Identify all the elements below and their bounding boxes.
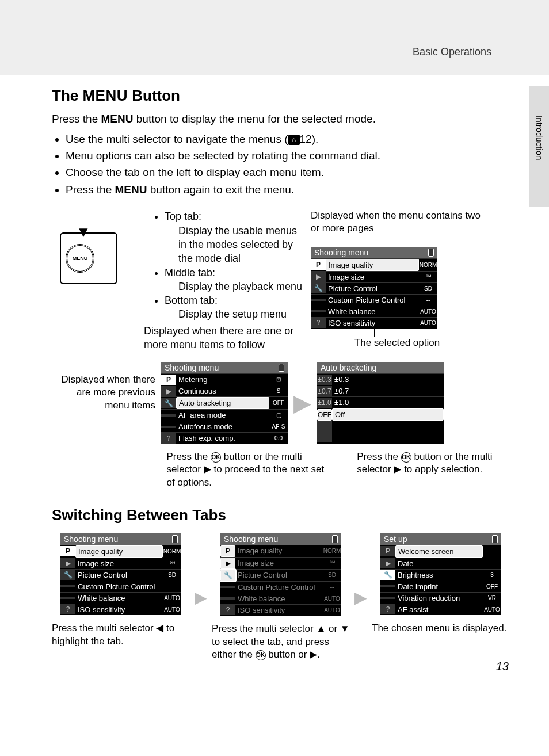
top-tab-label: Top tab: — [165, 211, 201, 222]
b4-menu-word: MENU — [115, 184, 147, 196]
sw2-r1: Image quality — [235, 545, 323, 556]
lcd1-r5: White balance — [326, 306, 419, 317]
down-arrow-icon: ▼ — [76, 223, 91, 241]
callout-prev: Displayed when there are more previous m… — [52, 373, 155, 411]
lcd2-v5: AF-S — [269, 422, 288, 431]
lcd-switch-3: Set up PWelcome screen-- ▶Date-- 🔧Bright… — [380, 533, 501, 615]
lcd3-r2: ±0.7 — [332, 385, 444, 396]
ok-icon-3: OK — [256, 650, 266, 660]
camera-menu-illustration: ▼ MENU — [60, 232, 117, 284]
scroll-icon-sw3 — [492, 535, 498, 543]
sw2-r3: Picture Control — [235, 570, 323, 581]
title-text-a: The — [52, 87, 82, 104]
sw2-v1: NORM — [323, 547, 341, 555]
lcd3-blankm1 — [332, 425, 444, 427]
sw2-v2: ⁹ᴹ — [323, 559, 341, 567]
mid-tab-desc: Display the playback menu — [165, 280, 305, 293]
bullet-list: Use the multi selector to navigate the m… — [52, 131, 497, 198]
sw1-v6: AUTO — [163, 605, 181, 614]
sw2b: button or ▶. — [266, 649, 320, 660]
sw3-r1: Welcome screen — [395, 545, 483, 558]
sw1-p: P — [60, 546, 75, 556]
sw1-b2 — [60, 597, 75, 599]
lcd1-title: Shooting menu — [314, 248, 368, 257]
b4b: button again to exit the menu. — [147, 184, 295, 196]
sw1-r2: Image size — [75, 558, 163, 569]
cap2a: Press the — [166, 451, 211, 462]
b1b: 12). — [300, 133, 319, 145]
lcd1-v5: AUTO — [419, 307, 437, 316]
lcd2-r6: Flash exp. comp. — [176, 433, 269, 444]
sw1-play: ▶ — [60, 558, 75, 568]
sw3-v2: -- — [483, 559, 501, 568]
sw2-b2 — [220, 597, 235, 600]
lcd-shooting-menu-2: Shooting menu PMetering⊡ ▶ContinuousS 🔧A… — [161, 362, 288, 444]
sw3-b1 — [380, 585, 395, 587]
sw2-title: Shooting menu — [224, 534, 278, 544]
sw2-r5: White balance — [235, 593, 323, 604]
lcd2-v4: ▢ — [269, 411, 288, 419]
bot-tab-label: Bottom tab: — [165, 295, 218, 306]
switch-caption-1: Press the multi selector ◀ to highlight … — [52, 622, 190, 648]
lcd-auto-bracketing: Auto bracketing ±0.3±0.3 ±0.7±0.7 ±1.0±1… — [317, 362, 444, 444]
sw3-v4: OFF — [483, 582, 501, 591]
switch-caption-3: The chosen menu is displayed. — [372, 622, 510, 635]
lcd2-r5: Autofocus mode — [176, 421, 269, 432]
bullet-4: Press the MENU button again to exit the … — [66, 181, 497, 198]
sw1-b1 — [60, 585, 75, 587]
lcd-shooting-menu-1: Shooting menu PImage qualityNORM ▶Image … — [311, 247, 437, 329]
sw1-help: ? — [60, 604, 75, 614]
ok-icon: OK — [211, 452, 221, 463]
sw1-r6: ISO sensitivity — [75, 604, 163, 615]
caption-apply: Press the OK button or the multi selecto… — [357, 450, 497, 488]
sw3-v6: AUTO — [483, 605, 501, 614]
lcd-switch-1: Shooting menu PImage qualityNORM ▶Image … — [60, 533, 181, 615]
sw2-play: ▶ — [220, 558, 235, 569]
lcd3-s3: ±1.0 — [317, 398, 332, 408]
lcd3-s4: OFF — [317, 409, 332, 421]
sw2-p: P — [220, 545, 235, 557]
title-text-b: Button — [128, 87, 180, 104]
arrow-right-icon: ▶ — [293, 390, 311, 416]
lcd1-r1: Image quality — [326, 259, 419, 271]
lcd-switch-2: Shooting menu PImage qualityNORM ▶Image … — [220, 533, 341, 616]
sw3-v3: 3 — [483, 571, 501, 579]
sw2-v3: SD — [323, 571, 341, 579]
caption-proceed: Press the OK button or the multi selecto… — [166, 450, 334, 488]
sw3-r2: Date — [395, 558, 483, 569]
intro-menu-word: MENU — [101, 113, 134, 125]
sw3-r6: AF assist — [395, 604, 483, 615]
intro-paragraph: Press the MENU button to display the men… — [52, 112, 497, 127]
cap3a: Press the — [357, 451, 401, 462]
lcd1-r2: Image size — [326, 272, 419, 282]
tab-blank2 — [311, 310, 326, 312]
lcd1-r4: Custom Picture Control — [326, 295, 419, 306]
sw3-v5: VR — [483, 594, 501, 602]
follow-note: Displayed when there are one or more men… — [132, 324, 305, 352]
intro-a: Press the — [52, 113, 101, 125]
arrow-right-icon-2: ▶ — [195, 588, 207, 607]
tab-play-icon: ▶ — [311, 272, 326, 282]
tab-setup-icon-2: 🔧 — [161, 398, 176, 408]
lcd2-title: Shooting menu — [165, 363, 219, 372]
lcd2-v2: S — [269, 387, 288, 395]
menu-button-circle: MENU — [66, 244, 94, 273]
page-number: 13 — [496, 660, 509, 673]
sw3-b2 — [380, 597, 395, 599]
callout-pages: Displayed when the menu contains two or … — [311, 209, 483, 235]
top-tab-desc: Display the usable menus in the modes se… — [165, 224, 305, 266]
tab-blank-2b — [161, 426, 176, 428]
sw1-r4: Custom Picture Control — [75, 581, 163, 592]
sw2-r6: ISO sensitivity — [235, 605, 323, 616]
sw3-help: ? — [380, 604, 395, 614]
lcd1-r3: Picture Control — [326, 283, 419, 294]
sw3-p: P — [380, 546, 395, 556]
sw3-r4: Date imprint — [395, 581, 483, 592]
sw1-title: Shooting menu — [64, 534, 118, 544]
lcd2-v6: 0.0 — [269, 434, 288, 442]
sw1-v2: ⁹ᴹ — [163, 559, 181, 568]
lcd3-blank2 — [317, 432, 332, 442]
sw2-v5: AUTO — [323, 594, 341, 603]
scroll-indicator-icon-2 — [279, 364, 284, 372]
sw1-v3: SD — [163, 571, 181, 579]
